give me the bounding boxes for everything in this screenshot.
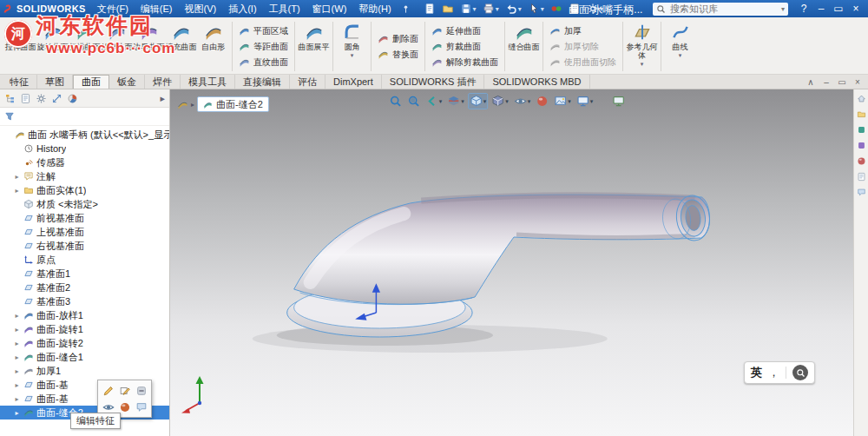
design-library-icon[interactable] <box>857 109 866 119</box>
new-document-button[interactable] <box>421 2 438 16</box>
tree-item-5[interactable]: 材质 <未指定> <box>0 197 169 211</box>
ime-language[interactable]: 英 <box>751 365 762 380</box>
tree-item-8[interactable]: 右视基准面 <box>0 239 169 253</box>
tree-item-12[interactable]: 基准面3 <box>0 294 169 308</box>
restore-button[interactable]: ▭ <box>830 3 847 15</box>
filled-surface-button[interactable]: 填充曲面 <box>165 19 197 74</box>
search-dropdown-icon[interactable]: ▾ <box>781 5 785 13</box>
view-palette-icon[interactable] <box>857 141 866 150</box>
dimxpertmanager-tab-icon[interactable] <box>51 93 62 104</box>
replace-face-button[interactable]: 替换面 <box>374 47 422 62</box>
tab-曲面[interactable]: 曲面 <box>73 75 109 89</box>
tab-焊件[interactable]: 焊件 <box>145 75 181 89</box>
comment-icon[interactable] <box>134 400 148 414</box>
curves-button[interactable]: 曲线▾ <box>664 19 696 74</box>
apply-scene-icon[interactable]: ▾ <box>552 93 573 109</box>
tab-评估[interactable]: 评估 <box>290 75 326 89</box>
zoom-fit-icon[interactable] <box>387 93 404 109</box>
part-icon[interactable] <box>177 99 188 110</box>
panel-flyout-icon[interactable]: ▸ <box>160 93 165 104</box>
tree-item-16[interactable]: ▸曲面-缝合1 <box>0 350 169 364</box>
delete-face-button[interactable]: 删除面 <box>374 31 422 46</box>
close-button[interactable]: × <box>847 3 865 15</box>
search-box[interactable]: ▾ <box>653 3 788 16</box>
tab-SOLIDWORKS MBD[interactable]: SOLIDWORKS MBD <box>484 75 589 89</box>
suppress-icon[interactable] <box>134 383 148 398</box>
tree-item-10[interactable]: 基准面1 <box>0 267 169 281</box>
menu-item-6[interactable]: 帮助(H) <box>352 1 397 17</box>
tree-filter[interactable] <box>0 108 169 126</box>
extend-surface-button[interactable]: 延伸曲面 <box>428 23 502 38</box>
menu-item-3[interactable]: 插入(I) <box>222 1 262 17</box>
menu-item-5[interactable]: 窗口(W) <box>306 1 353 17</box>
tree-item-4[interactable]: ▸曲面实体(1) <box>0 183 169 197</box>
save-button[interactable]: ▾ <box>457 2 479 16</box>
expand-icon[interactable]: ▸ <box>13 187 21 195</box>
fillet-button[interactable]: 圆角▾ <box>336 19 368 74</box>
menu-item-2[interactable]: 视图(V) <box>179 1 223 17</box>
lofted-surface-button[interactable]: 放样曲面 <box>101 19 133 74</box>
view-orientation-icon[interactable]: ▾ <box>468 93 489 109</box>
displaymanager-tab-icon[interactable] <box>67 93 78 104</box>
tree-item-17[interactable]: ▸加厚1 <box>0 364 169 378</box>
ime-punctuation-icon[interactable]: ， <box>768 365 779 380</box>
tree-item-9[interactable]: 原点 <box>0 253 169 267</box>
zoom-area-icon[interactable] <box>405 93 422 109</box>
custom-properties-icon[interactable] <box>857 172 866 182</box>
expand-icon[interactable]: ▸ <box>13 353 21 361</box>
help-button[interactable]: ? <box>795 3 812 15</box>
faucet-handle-model[interactable] <box>170 89 853 436</box>
tree-item-3[interactable]: ▸注解 <box>0 169 169 183</box>
doc-restore-icon[interactable]: ▭ <box>835 77 849 87</box>
previous-view-icon[interactable]: ▾ <box>424 93 444 109</box>
reference-geometry-button[interactable]: 参考几何体▾ <box>626 19 658 74</box>
forum-icon[interactable] <box>857 188 866 197</box>
menu-item-4[interactable]: 工具(T) <box>263 1 306 17</box>
expand-icon[interactable]: ▸ <box>13 409 21 417</box>
tree-item-6[interactable]: 前视基准面 <box>0 211 169 225</box>
section-view-icon[interactable]: ▾ <box>445 93 466 109</box>
filter-funnel-icon[interactable] <box>4 111 15 122</box>
tree-item-1[interactable]: History <box>0 142 169 155</box>
breadcrumb-tag[interactable]: 曲面-缝合2 <box>197 96 269 112</box>
expand-icon[interactable]: ▸ <box>13 326 21 334</box>
frame-monitor-icon[interactable] <box>610 93 627 109</box>
flatten-surface-button[interactable]: 曲面展平 <box>298 19 330 74</box>
swept-surface-button[interactable]: 扫描曲面 <box>69 19 101 74</box>
doc-minimize-icon[interactable]: – <box>819 77 833 87</box>
display-style-icon[interactable]: ▾ <box>490 93 510 109</box>
expand-icon[interactable]: ▸ <box>13 395 21 403</box>
tab-草图[interactable]: 草图 <box>37 75 73 89</box>
tab-直接编辑[interactable]: 直接编辑 <box>235 75 290 89</box>
tree-item-15[interactable]: ▸曲面-旋转2 <box>0 336 169 350</box>
edit-feature-icon[interactable] <box>101 383 115 398</box>
minimize-button[interactable]: – <box>812 3 830 15</box>
boundary-surface-button[interactable]: 边界曲面 <box>133 19 165 74</box>
ime-toolbar[interactable]: 英 ， <box>744 361 815 384</box>
rebuild-button[interactable] <box>548 2 565 16</box>
planar-surface-button[interactable]: 平面区域 <box>235 23 292 38</box>
tab-SOLIDWORKS 插件[interactable]: SOLIDWORKS 插件 <box>382 75 485 89</box>
search-input[interactable] <box>668 3 779 15</box>
expand-icon[interactable]: ▸ <box>13 173 21 181</box>
extruded-surface-button[interactable]: 拉伸曲面 <box>4 19 36 74</box>
expand-icon[interactable]: ▸ <box>13 381 21 389</box>
tab-特征[interactable]: 特征 <box>2 75 37 89</box>
tree-item-14[interactable]: ▸曲面-旋转1 <box>0 322 169 336</box>
freeform-button[interactable]: 自由形 <box>197 19 229 74</box>
edit-appearance-icon[interactable] <box>534 93 550 109</box>
configurationmanager-tab-icon[interactable] <box>36 93 47 104</box>
propertymanager-tab-icon[interactable] <box>20 93 31 104</box>
tree-item-0[interactable]: 曲面 水嘴手柄 (默认<<默认>_显示状态 1 <box>0 128 169 142</box>
view-settings-icon[interactable]: ▾ <box>575 93 595 109</box>
revolved-surface-button[interactable]: 旋转曲面 <box>36 19 69 74</box>
menu-item-0[interactable]: 文件(F) <box>91 1 135 17</box>
tab-模具工具[interactable]: 模具工具 <box>181 75 235 89</box>
open-button[interactable] <box>439 2 457 16</box>
ribbon-collapse-icon[interactable]: ∧ <box>804 77 818 87</box>
undo-button[interactable]: ▾ <box>503 2 524 16</box>
tree-item-11[interactable]: 基准面2 <box>0 281 169 294</box>
tree-item-13[interactable]: ▸曲面-放样1 <box>0 308 169 322</box>
tab-钣金[interactable]: 钣金 <box>109 75 145 89</box>
graphics-area[interactable]: ▸曲面-缝合2 ▾▾▾▾▾▾▾ 英 ， <box>170 89 853 436</box>
